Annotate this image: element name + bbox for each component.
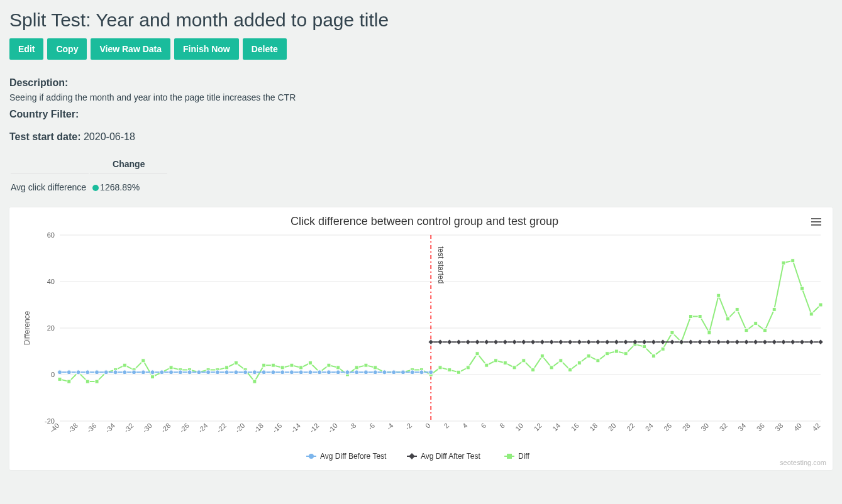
svg-rect-65 [141, 359, 145, 363]
svg-rect-105 [512, 366, 516, 370]
svg-rect-80 [280, 366, 284, 370]
svg-rect-116 [614, 349, 618, 353]
svg-text:-20: -20 [234, 422, 247, 434]
svg-point-178 [410, 370, 414, 375]
svg-rect-88 [355, 366, 358, 370]
view-raw-data-button[interactable]: View Raw Data [91, 38, 170, 60]
svg-rect-113 [587, 354, 590, 358]
svg-rect-136 [800, 287, 804, 290]
svg-point-170 [336, 370, 340, 375]
svg-point-176 [392, 370, 396, 375]
svg-text:-32: -32 [123, 422, 135, 434]
svg-text:-18: -18 [252, 422, 265, 434]
svg-rect-98 [448, 368, 451, 372]
svg-rect-124 [689, 315, 692, 319]
svg-point-152 [169, 370, 174, 375]
svg-rect-103 [494, 359, 498, 363]
finish-now-button[interactable]: Finish Now [174, 38, 239, 60]
svg-text:-38: -38 [67, 422, 79, 434]
svg-rect-90 [374, 366, 377, 370]
svg-rect-66 [151, 375, 155, 379]
svg-rect-60 [95, 380, 99, 383]
svg-text:8: 8 [498, 422, 506, 430]
svg-text:38: 38 [773, 422, 784, 432]
start-date-label: Test start date: [9, 131, 81, 142]
start-date-value: 2020-06-18 [84, 131, 135, 142]
svg-text:28: 28 [681, 422, 692, 432]
action-buttons: Edit Copy View Raw Data Finish Now Delet… [9, 38, 833, 60]
table-row: Avg click difference 1268.89% [11, 175, 167, 195]
description-label: Description: [9, 77, 68, 88]
svg-rect-112 [577, 361, 581, 365]
svg-point-146 [113, 370, 118, 375]
svg-text:0: 0 [51, 371, 55, 378]
svg-text:Avg Diff After Test: Avg Diff After Test [421, 452, 480, 461]
svg-rect-131 [754, 322, 758, 326]
svg-text:32: 32 [718, 422, 729, 432]
svg-text:42: 42 [811, 422, 821, 432]
svg-text:-8: -8 [348, 422, 357, 431]
avg-click-diff-label: Avg click difference [11, 175, 89, 195]
svg-text:-16: -16 [271, 422, 284, 434]
svg-rect-125 [698, 315, 702, 319]
svg-rect-127 [717, 293, 721, 297]
svg-rect-56 [58, 377, 62, 381]
svg-point-157 [215, 370, 219, 375]
svg-text:-2: -2 [404, 422, 413, 431]
svg-rect-117 [624, 352, 628, 356]
svg-point-169 [326, 370, 331, 375]
svg-text:-12: -12 [308, 422, 321, 434]
svg-text:-14: -14 [289, 422, 302, 434]
svg-text:16: 16 [570, 422, 580, 432]
svg-text:Diff: Diff [518, 452, 529, 461]
edit-button[interactable]: Edit [9, 38, 43, 60]
svg-rect-108 [540, 354, 544, 358]
svg-point-154 [187, 370, 192, 375]
chart: Click difference between control group a… [16, 214, 833, 465]
svg-rect-128 [726, 317, 729, 320]
change-table: Change Avg click difference 1268.89% [9, 154, 169, 196]
svg-point-153 [178, 370, 182, 375]
svg-rect-109 [550, 366, 553, 370]
svg-text:2: 2 [442, 422, 450, 430]
svg-rect-102 [485, 363, 489, 367]
svg-point-167 [308, 370, 313, 375]
svg-rect-63 [123, 363, 126, 367]
svg-rect-79 [271, 363, 275, 367]
svg-text:-34: -34 [104, 422, 116, 434]
svg-point-164 [280, 370, 285, 375]
svg-rect-135 [791, 259, 795, 263]
copy-button[interactable]: Copy [47, 38, 87, 60]
svg-rect-129 [735, 307, 739, 311]
svg-rect-78 [262, 363, 266, 367]
svg-text:26: 26 [662, 422, 673, 432]
status-dot-icon [92, 185, 99, 191]
svg-rect-126 [707, 331, 711, 334]
svg-rect-86 [336, 366, 340, 370]
svg-rect-132 [763, 329, 767, 332]
svg-text:Avg Diff Before Test: Avg Diff Before Test [320, 452, 387, 461]
svg-rect-101 [475, 352, 479, 356]
svg-text:-36: -36 [86, 422, 98, 434]
svg-text:24: 24 [644, 422, 655, 432]
svg-point-175 [382, 370, 387, 375]
svg-point-151 [160, 370, 164, 375]
svg-rect-97 [438, 366, 442, 370]
svg-text:-30: -30 [141, 422, 153, 434]
svg-point-149 [141, 370, 145, 375]
chart-menu-icon[interactable] [811, 216, 821, 227]
watermark: seotesting.com [780, 459, 826, 466]
svg-text:-26: -26 [178, 422, 191, 434]
svg-text:34: 34 [736, 422, 747, 432]
svg-rect-114 [596, 359, 600, 363]
svg-point-158 [224, 370, 229, 375]
delete-button[interactable]: Delete [243, 38, 287, 60]
svg-point-145 [104, 370, 108, 375]
svg-rect-106 [522, 359, 526, 363]
svg-text:20: 20 [607, 422, 618, 432]
svg-point-156 [206, 370, 211, 375]
svg-rect-68 [169, 366, 173, 370]
svg-text:0: 0 [424, 422, 432, 430]
svg-point-161 [252, 370, 257, 375]
svg-text:18: 18 [588, 422, 599, 432]
